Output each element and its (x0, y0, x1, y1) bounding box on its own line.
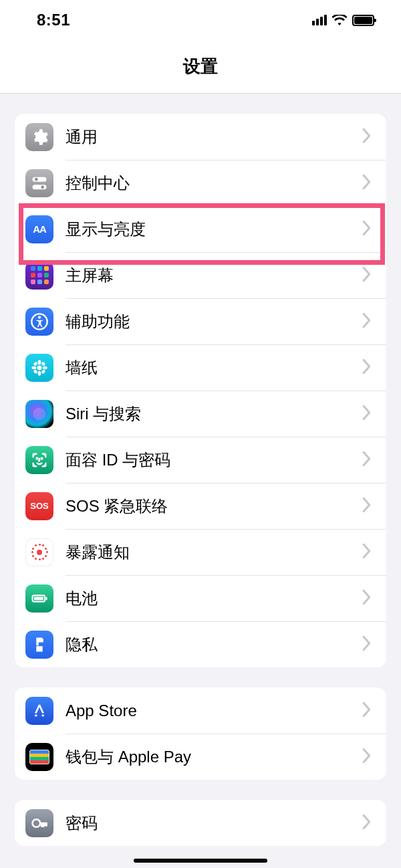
chevron-right-icon (362, 544, 372, 561)
settings-row-astore[interactable]: App Store (15, 687, 386, 734)
wall-icon (25, 354, 53, 382)
settings-row-ctrl[interactable]: 控制中心 (15, 160, 386, 206)
settings-row-face[interactable]: 面容 ID 与密码 (15, 437, 386, 483)
row-label: Siri 与搜索 (65, 403, 350, 425)
svg-point-6 (37, 365, 42, 370)
row-label: 密码 (65, 812, 350, 834)
chevron-right-icon (362, 636, 372, 653)
row-label: 通用 (65, 126, 350, 148)
chevron-right-icon (362, 498, 372, 515)
signal-icon (312, 15, 327, 25)
row-label: 暴露通知 (65, 542, 350, 563)
status-bar: 8:51 (0, 0, 401, 40)
svg-point-8 (38, 370, 41, 375)
row-label: 辅助功能 (65, 311, 350, 332)
row-label: 面容 ID 与密码 (65, 449, 350, 471)
chevron-right-icon (362, 359, 372, 376)
page-title: 设置 (183, 55, 218, 78)
svg-point-11 (33, 361, 37, 366)
settings-row-sos[interactable]: SOSSOS 紧急联络 (15, 483, 386, 529)
row-label: 墙纸 (65, 357, 350, 378)
row-label: 控制中心 (65, 173, 350, 194)
chevron-right-icon (362, 590, 372, 607)
svg-point-21 (33, 819, 41, 827)
gear-icon (25, 123, 53, 151)
chevron-right-icon (362, 267, 372, 284)
chevron-right-icon (362, 175, 372, 192)
svg-point-9 (31, 366, 36, 369)
siri-icon (25, 400, 53, 428)
svg-rect-20 (34, 596, 43, 600)
sos-icon: SOS (25, 492, 53, 520)
row-label: 钱包与 Apple Pay (65, 746, 350, 768)
battery-icon (352, 15, 374, 26)
row-label: 隐私 (65, 634, 350, 655)
chevron-right-icon (362, 451, 372, 469)
svg-rect-2 (33, 185, 47, 189)
chevron-right-icon (362, 702, 372, 720)
svg-point-10 (43, 366, 47, 369)
bat-i-icon (25, 584, 53, 613)
chevron-right-icon (362, 221, 372, 238)
svg-point-15 (33, 407, 46, 420)
wllt-icon (25, 743, 53, 771)
settings-row-acc[interactable]: 辅助功能 (15, 298, 386, 344)
settings-row-wllt[interactable]: 钱包与 Apple Pay (15, 734, 386, 780)
expo-icon (25, 538, 53, 566)
row-label: App Store (65, 701, 350, 720)
settings-row-disp[interactable]: AA显示与亮度 (15, 206, 386, 252)
home-indicator (134, 859, 267, 863)
svg-point-16 (37, 457, 38, 459)
pw-icon (25, 809, 53, 837)
row-label: 显示与亮度 (65, 219, 350, 240)
settings-row-siri[interactable]: Siri 与搜索 (15, 391, 386, 437)
settings-row-expo[interactable]: 暴露通知 (15, 529, 386, 575)
chevron-right-icon (362, 313, 372, 330)
status-time: 8:51 (37, 11, 70, 29)
acc-icon (25, 308, 53, 336)
astore-icon (25, 697, 53, 725)
chevron-right-icon (362, 405, 372, 423)
svg-point-13 (33, 369, 37, 374)
svg-point-3 (41, 185, 44, 189)
home-icon (25, 261, 53, 290)
status-right (312, 15, 374, 26)
settings-row-bat-i[interactable]: 电池 (15, 575, 386, 621)
settings-row-priv[interactable]: 隐私 (15, 621, 386, 667)
nav-bar: 设置 (0, 40, 401, 94)
face-icon (25, 446, 53, 474)
svg-point-14 (41, 369, 45, 374)
priv-icon (25, 631, 53, 659)
svg-rect-0 (33, 177, 47, 181)
settings-group: 通用控制中心AA显示与亮度主屏幕辅助功能墙纸Siri 与搜索面容 ID 与密码S… (15, 114, 386, 667)
row-label: SOS 紧急联络 (65, 496, 350, 517)
chevron-right-icon (362, 748, 372, 766)
ctrl-icon (25, 169, 53, 197)
settings-row-wall[interactable]: 墙纸 (15, 344, 386, 391)
settings-row-gear[interactable]: 通用 (15, 114, 386, 160)
settings-row-pw[interactable]: 密码 (15, 800, 386, 846)
chevron-right-icon (362, 815, 372, 832)
wifi-icon (332, 15, 347, 25)
svg-rect-19 (45, 596, 47, 600)
svg-point-12 (41, 361, 45, 366)
row-label: 主屏幕 (65, 265, 350, 286)
settings-row-home[interactable]: 主屏幕 (15, 252, 386, 298)
svg-point-17 (41, 457, 43, 459)
svg-point-7 (38, 360, 41, 364)
svg-point-1 (35, 177, 38, 181)
chevron-right-icon (362, 128, 372, 146)
settings-group: App Store钱包与 Apple Pay (15, 687, 386, 780)
settings-group: 密码 (15, 800, 386, 846)
svg-point-5 (38, 316, 41, 318)
row-label: 电池 (65, 588, 350, 609)
disp-icon: AA (25, 215, 53, 243)
